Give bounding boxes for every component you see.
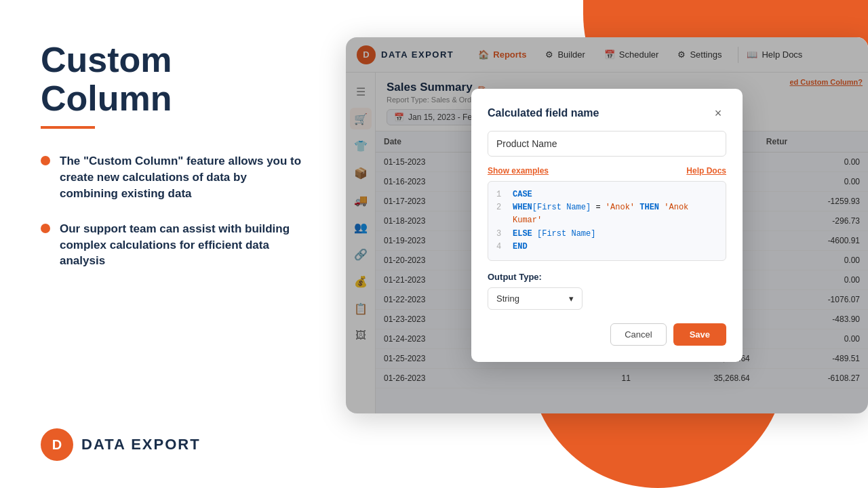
app-window: D DATA EXPORT 🏠 Reports ⚙ Builder 📅 Sche… [346, 37, 868, 413]
modal-header: Calculated field name × [488, 105, 726, 121]
cancel-button[interactable]: Cancel [610, 323, 666, 346]
modal-title: Calculated field name [488, 107, 599, 119]
code-keyword: WHEN [513, 203, 532, 212]
code-string: 'Anok' [606, 203, 635, 212]
output-type-value: String [496, 293, 519, 304]
field-name-input[interactable] [488, 131, 726, 157]
line-number: 4 [496, 241, 505, 253]
brand-footer: D DATA EXPORT [41, 428, 305, 461]
code-field: [First Name] [532, 203, 591, 212]
output-type-select[interactable]: String ▾ [488, 287, 583, 310]
bullet-item-1: The "Custom Column" feature allows you t… [41, 153, 305, 201]
main-title: Custom Column [41, 41, 305, 118]
help-docs-link[interactable]: Help Docs [686, 166, 726, 176]
chevron-down-icon: ▾ [569, 293, 574, 304]
output-type-label: Output Type: [488, 272, 726, 282]
code-editor[interactable]: 1CASE2WHEN[First Name] = 'Anok' THEN 'An… [488, 181, 726, 261]
code-line: 1CASE [496, 188, 717, 201]
code-keyword: ELSE [513, 229, 537, 239]
title-underline [41, 126, 95, 129]
show-examples-link[interactable]: Show examples [488, 166, 549, 176]
code-field: [First Name] [537, 229, 595, 239]
bullet-text-1: The "Custom Column" feature allows you t… [60, 153, 305, 201]
left-panel: Custom Column The "Custom Column" featur… [0, 0, 339, 488]
line-number: 1 [496, 188, 505, 201]
line-number: 2 [496, 201, 505, 227]
code-keyword: END [513, 242, 528, 251]
calculated-field-modal: Calculated field name × Show examples He… [471, 89, 743, 362]
modal-actions: Cancel Save [488, 323, 726, 346]
code-keyword: CASE [513, 190, 532, 199]
save-button[interactable]: Save [673, 323, 726, 346]
code-line: 4END [496, 241, 717, 253]
modal-overlay: Calculated field name × Show examples He… [346, 37, 868, 413]
code-keyword: THEN [635, 203, 664, 212]
bullet-dot-1 [41, 156, 50, 165]
brand-name: DATA EXPORT [81, 436, 201, 453]
line-number: 3 [496, 228, 505, 241]
bullet-text-2: Our support team can assist with buildin… [60, 221, 305, 269]
code-line: 3ELSE [First Name] [496, 228, 717, 241]
bullet-dot-2 [41, 224, 50, 233]
brand-logo-icon: D [41, 428, 73, 461]
examples-row: Show examples Help Docs [488, 166, 726, 176]
code-line: 2WHEN[First Name] = 'Anok' THEN 'Anok Ku… [496, 201, 717, 227]
bullet-list: The "Custom Column" feature allows you t… [41, 153, 305, 269]
code-plain: = [591, 203, 606, 212]
modal-close-button[interactable]: × [710, 105, 726, 121]
bullet-item-2: Our support team can assist with buildin… [41, 221, 305, 269]
